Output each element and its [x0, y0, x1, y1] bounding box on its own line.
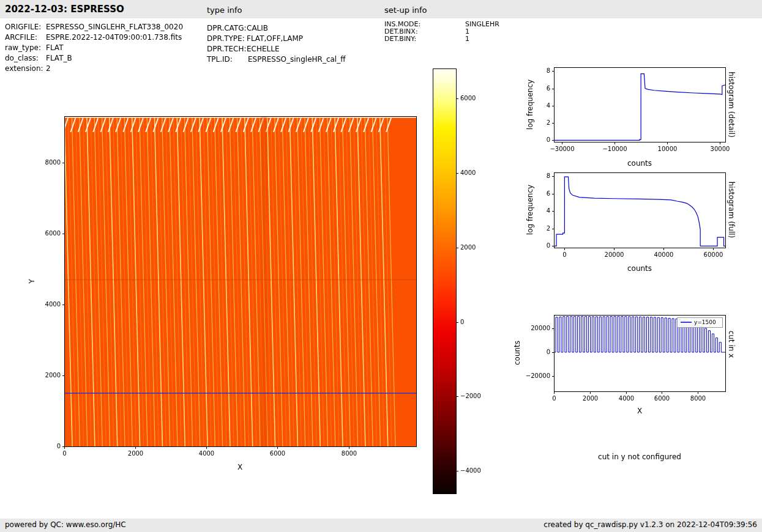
info-label: TPL.ID:	[207, 54, 247, 65]
setup-info-row: DET.BINY:1	[384, 35, 499, 43]
info-value: 2	[46, 64, 51, 73]
type-info-heading: type info	[207, 6, 242, 15]
cut-x-y-axis-label: counts	[513, 341, 521, 365]
hist-full-y-axis-label: log frequency	[526, 185, 534, 235]
info-value: FLAT,OFF,LAMP	[247, 34, 303, 43]
main-y-axis-label: Y	[28, 279, 36, 283]
cut-x-x-axis-label: X	[637, 407, 642, 415]
type-info-row: DPR.TYPE:FLAT,OFF,LAMP	[207, 34, 345, 44]
type-info-block: DPR.CATG:CALIB DPR.TYPE:FLAT,OFF,LAMP DP…	[207, 23, 345, 65]
info-label: do_class:	[5, 53, 46, 64]
info-value: 1	[465, 35, 469, 43]
hist-detail-x-axis-label: counts	[627, 159, 652, 168]
info-value: FLAT	[46, 43, 63, 52]
info-label: ORIGFILE:	[5, 22, 46, 32]
info-label: ARCFILE:	[5, 32, 46, 43]
info-value: CALIB	[247, 24, 268, 32]
file-info-row: extension:2	[5, 64, 183, 74]
type-info-row: DPR.CATG:CALIB	[207, 23, 345, 34]
type-info-row: TPL.ID:ESPRESSO_singleHR_cal_ff	[207, 54, 345, 65]
info-value: ESPRESSO_SINGLEHR_FLAT338_0020	[46, 23, 183, 31]
info-label: DPR.TYPE:	[207, 34, 247, 44]
info-value: ESPRESSO_singleHR_cal_ff	[248, 55, 345, 64]
hist-full-right-label: histogram (full)	[727, 182, 736, 238]
footer-left-text: powered by QC: www.eso.org/HC	[5, 520, 126, 529]
hist-detail-y-axis-label: log frequency	[526, 79, 534, 130]
file-info-row: ARCFILE:ESPRE.2022-12-04T09:00:01.738.fi…	[5, 32, 183, 43]
info-label: raw_type:	[5, 43, 46, 53]
info-value: ECHELLE	[247, 45, 280, 53]
info-label: DPR.TECH:	[207, 44, 247, 54]
main-x-axis-label: X	[237, 463, 242, 471]
file-info-row: raw_type:FLAT	[5, 43, 183, 53]
footer-right-text: created by qc_rawdisp.py v1.2.3 on 2022-…	[543, 520, 757, 529]
hist-full-x-axis-label: counts	[627, 264, 652, 273]
header-bar: 2022-12-03: ESPRESSO type info set-up in…	[0, 0, 762, 18]
page-title: 2022-12-03: ESPRESSO	[5, 4, 124, 15]
file-info-row: do_class:FLAT_B	[5, 53, 183, 64]
type-info-row: DPR.TECH:ECHELLE	[207, 44, 345, 54]
info-label: DPR.CATG:	[207, 23, 247, 34]
footer-bar: powered by QC: www.eso.org/HC created by…	[0, 519, 762, 532]
info-value: SINGLEHR	[465, 20, 499, 28]
cut-x-right-label: cut in x	[727, 331, 736, 358]
file-info-block: ORIGFILE:ESPRESSO_SINGLEHR_FLAT338_0020 …	[5, 22, 183, 74]
setup-info-block: INS.MODE:SINGLEHR DET.BINX:1 DET.BINY:1	[384, 21, 499, 43]
info-label: extension:	[5, 64, 46, 74]
qc-report-page: 2022-12-03: ESPRESSO type info set-up in…	[0, 0, 762, 532]
info-label: DET.BINY:	[384, 35, 465, 43]
setup-info-heading: set-up info	[384, 6, 427, 15]
hist-detail-right-label: histogram (detail)	[727, 72, 736, 138]
info-value: FLAT_B	[46, 54, 72, 62]
file-info-row: ORIGFILE:ESPRESSO_SINGLEHR_FLAT338_0020	[5, 22, 183, 32]
cut-y-note: cut in y not configured	[598, 453, 681, 461]
info-value: ESPRE.2022-12-04T09:00:01.738.fits	[46, 33, 182, 42]
